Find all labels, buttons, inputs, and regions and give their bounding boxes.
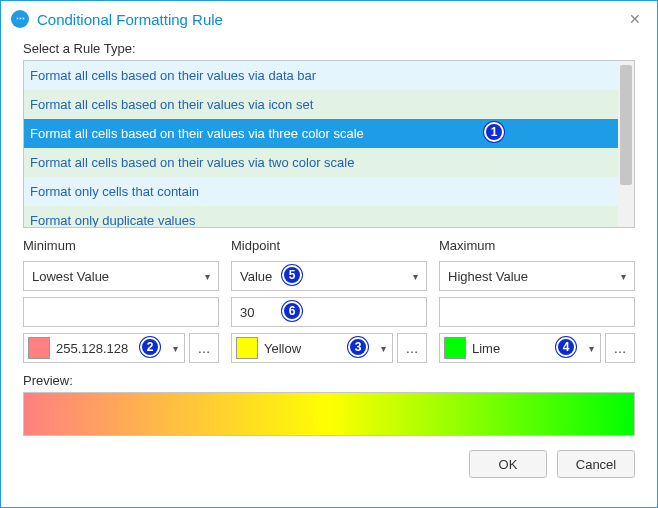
callout-2: 2 (140, 337, 160, 357)
scrollbar-thumb[interactable] (620, 65, 632, 185)
rule-type-list: Format all cells based on their values v… (23, 60, 635, 228)
rule-item-cells-contain[interactable]: Format only cells that contain (24, 177, 618, 206)
maximum-value-input[interactable] (439, 297, 635, 327)
minimum-color-select[interactable]: 255.128.128 2 ▾ (23, 333, 185, 363)
maximum-label: Maximum (439, 238, 635, 253)
dialog-buttons: OK Cancel (23, 450, 635, 478)
midpoint-type-value: Value (240, 269, 272, 284)
preview-label: Preview: (23, 373, 635, 388)
chevron-down-icon: ▾ (621, 271, 626, 282)
rule-list-scrollbar[interactable] (618, 61, 634, 227)
app-logo-icon: ⋯ (11, 10, 29, 28)
maximum-color-row: Lime 4 ▾ … (439, 333, 635, 363)
dialog-content: Select a Rule Type: Format all cells bas… (1, 37, 657, 507)
chevron-down-icon: ▾ (381, 343, 386, 354)
rule-item-label: Format all cells based on their values v… (30, 126, 364, 141)
minimum-color-more-button[interactable]: … (189, 333, 219, 363)
rule-item-data-bar[interactable]: Format all cells based on their values v… (24, 61, 618, 90)
midpoint-value-text: 30 (240, 305, 254, 320)
chevron-down-icon: ▾ (205, 271, 210, 282)
minimum-value-input[interactable] (23, 297, 219, 327)
ok-button[interactable]: OK (469, 450, 547, 478)
minimum-column: Minimum Lowest Value ▾ 255.128.128 2 ▾ … (23, 238, 219, 363)
maximum-color-more-button[interactable]: … (605, 333, 635, 363)
chevron-down-icon: ▾ (589, 343, 594, 354)
midpoint-color-row: Yellow 3 ▾ … (231, 333, 427, 363)
callout-1: 1 (484, 122, 504, 142)
rule-item-duplicate-values[interactable]: Format only duplicate values (24, 206, 618, 227)
dialog-window: ⋯ Conditional Formatting Rule ✕ Select a… (0, 0, 658, 508)
close-button[interactable]: ✕ (623, 7, 647, 31)
midpoint-label: Midpoint (231, 238, 427, 253)
callout-4: 4 (556, 337, 576, 357)
midpoint-column: Midpoint Value 5 ▾ 30 6 Yellow 3 ▾ (231, 238, 427, 363)
rule-type-label: Select a Rule Type: (23, 41, 635, 56)
maximum-column: Maximum Highest Value ▾ Lime 4 ▾ … (439, 238, 635, 363)
close-icon: ✕ (629, 11, 641, 27)
value-columns: Minimum Lowest Value ▾ 255.128.128 2 ▾ … (23, 238, 635, 363)
midpoint-color-more-button[interactable]: … (397, 333, 427, 363)
chevron-down-icon: ▾ (413, 271, 418, 282)
chevron-down-icon: ▾ (173, 343, 178, 354)
maximum-color-swatch (444, 337, 466, 359)
rule-type-list-inner: Format all cells based on their values v… (24, 61, 618, 227)
rule-item-two-color-scale[interactable]: Format all cells based on their values v… (24, 148, 618, 177)
minimum-type-value: Lowest Value (32, 269, 109, 284)
minimum-label: Minimum (23, 238, 219, 253)
gradient-preview (23, 392, 635, 436)
midpoint-value-input[interactable]: 30 6 (231, 297, 427, 327)
callout-5: 5 (282, 265, 302, 285)
maximum-type-value: Highest Value (448, 269, 528, 284)
minimum-color-swatch (28, 337, 50, 359)
minimum-type-select[interactable]: Lowest Value ▾ (23, 261, 219, 291)
midpoint-color-swatch (236, 337, 258, 359)
cancel-button[interactable]: Cancel (557, 450, 635, 478)
titlebar: ⋯ Conditional Formatting Rule ✕ (1, 1, 657, 37)
midpoint-color-select[interactable]: Yellow 3 ▾ (231, 333, 393, 363)
dialog-title: Conditional Formatting Rule (37, 11, 223, 28)
maximum-color-select[interactable]: Lime 4 ▾ (439, 333, 601, 363)
maximum-color-name: Lime (472, 341, 500, 356)
minimum-color-row: 255.128.128 2 ▾ … (23, 333, 219, 363)
callout-3: 3 (348, 337, 368, 357)
midpoint-type-select[interactable]: Value 5 ▾ (231, 261, 427, 291)
callout-6: 6 (282, 301, 302, 321)
maximum-type-select[interactable]: Highest Value ▾ (439, 261, 635, 291)
rule-item-three-color-scale[interactable]: Format all cells based on their values v… (24, 119, 618, 148)
midpoint-color-name: Yellow (264, 341, 301, 356)
rule-item-icon-set[interactable]: Format all cells based on their values v… (24, 90, 618, 119)
minimum-color-name: 255.128.128 (56, 341, 128, 356)
